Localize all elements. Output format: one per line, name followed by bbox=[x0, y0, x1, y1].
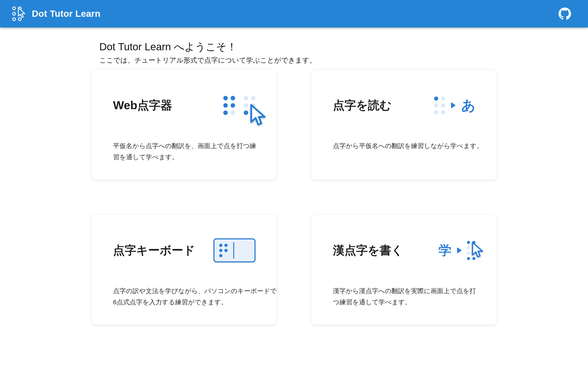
braille-cursor-logo-icon bbox=[12, 6, 26, 22]
braille-dot bbox=[223, 96, 228, 100]
braille-dot bbox=[224, 254, 228, 257]
braille-dot bbox=[219, 244, 222, 247]
braille-cell-a bbox=[434, 96, 445, 114]
braille-cell-with-cursor bbox=[244, 96, 256, 115]
card-description: 漢字から漢点字への翻訳を実際に画面上で点を打 つ練習を通して学べます。 bbox=[333, 286, 476, 308]
card-description: 平仮名から点字への翻訳を、画面上で点を打つ練 習を通して学べます。 bbox=[113, 140, 256, 163]
card-description: 点字の訳や文法を学びながら、パソコンのキーボードで 6点式点字を入力する練習がで… bbox=[113, 286, 256, 308]
braille-dot bbox=[244, 96, 248, 100]
card-read-braille[interactable]: 点字を読む あ 点字から平仮名への翻訳を練習しながら学べます。 bbox=[311, 69, 497, 180]
braille-dot bbox=[224, 244, 228, 247]
kanji-to-braille-cursor-icon: 学 bbox=[439, 241, 476, 260]
card-title: 漢点字を書く bbox=[333, 243, 403, 258]
card-kanji-braille[interactable]: 漢点字を書く 学 漢字から漢点字への翻訳を実際に画面上で点を打 つ練習を通して学… bbox=[311, 214, 497, 325]
github-button[interactable] bbox=[558, 7, 572, 21]
card-braille-keyboard[interactable]: 点字キーボード 点字の訳や文法を学びながら、パソコンのキーボードで 6点式点字を… bbox=[91, 214, 277, 325]
braille-cells-cursor-icon bbox=[223, 96, 256, 115]
card-title-row: 点字キーボード bbox=[113, 235, 256, 266]
braille-dot bbox=[251, 96, 256, 100]
braille-dot bbox=[224, 249, 228, 252]
text-caret-icon bbox=[233, 242, 234, 258]
arrow-right-icon bbox=[457, 247, 462, 254]
braille-dot bbox=[223, 110, 228, 115]
cursor-arrow-icon bbox=[248, 104, 266, 127]
hiragana-a-glyph: あ bbox=[462, 98, 476, 112]
braille-dot bbox=[441, 110, 445, 114]
arrow-right-icon bbox=[451, 102, 456, 108]
braille-cell-dark bbox=[223, 96, 235, 115]
card-title-row: 漢点字を書く 学 bbox=[333, 235, 476, 266]
card-title: 点字を読む bbox=[333, 98, 392, 113]
braille-to-hiragana-icon: あ bbox=[434, 96, 476, 114]
braille-dot bbox=[441, 96, 445, 100]
app-logo-group: Dot Tutor Learn bbox=[12, 6, 100, 22]
tutorial-card-grid: Web点字器 平仮名から点字への翻訳を、画面上で点を打つ練 習を通して学べます。… bbox=[91, 69, 497, 325]
braille-dot bbox=[467, 246, 470, 249]
card-web-tenjiki[interactable]: Web点字器 平仮名から点字への翻訳を、画面上で点を打つ練 習を通して学べます。 bbox=[91, 69, 277, 180]
github-icon bbox=[558, 8, 571, 20]
welcome-subheading: ここでは、チュートリアル形式で点字について学ぶことができます。 bbox=[99, 55, 497, 65]
card-title: Web点字器 bbox=[113, 98, 172, 113]
braille-dot bbox=[230, 96, 235, 100]
kanji-gaku-glyph: 学 bbox=[439, 244, 452, 257]
card-description: 点字から平仮名への翻訳を練習しながら学べます。 bbox=[333, 140, 476, 152]
card-title-row: Web点字器 bbox=[113, 90, 256, 120]
app-header: Dot Tutor Learn bbox=[0, 0, 588, 28]
braille-dot bbox=[434, 110, 438, 114]
braille-dot bbox=[467, 257, 470, 260]
braille-dot bbox=[244, 110, 248, 115]
card-title-row: 点字を読む あ bbox=[333, 90, 476, 120]
cursor-arrow-icon bbox=[470, 241, 484, 259]
braille-dot bbox=[441, 103, 445, 108]
braille-dot bbox=[434, 96, 438, 100]
braille-cell-8dot-with-cursor bbox=[467, 241, 476, 260]
braille-dot bbox=[467, 252, 470, 255]
main-content: Dot Tutor Learn へようこそ！ ここでは、チュートリアル形式で点字… bbox=[91, 40, 497, 325]
braille-dot bbox=[219, 254, 222, 257]
welcome-section: Dot Tutor Learn へようこそ！ ここでは、チュートリアル形式で点字… bbox=[99, 40, 497, 65]
braille-dot bbox=[230, 110, 235, 115]
braille-keyboard-input-icon bbox=[214, 238, 256, 262]
braille-dot bbox=[230, 103, 235, 108]
app-title: Dot Tutor Learn bbox=[32, 8, 100, 19]
braille-dot bbox=[219, 249, 222, 252]
braille-dot bbox=[467, 241, 470, 244]
braille-dot bbox=[244, 103, 248, 108]
braille-dot bbox=[223, 103, 228, 108]
welcome-heading: Dot Tutor Learn へようこそ！ bbox=[99, 40, 497, 54]
braille-cell-typed bbox=[219, 244, 228, 257]
braille-dot bbox=[434, 103, 438, 108]
card-title: 点字キーボード bbox=[113, 243, 195, 258]
